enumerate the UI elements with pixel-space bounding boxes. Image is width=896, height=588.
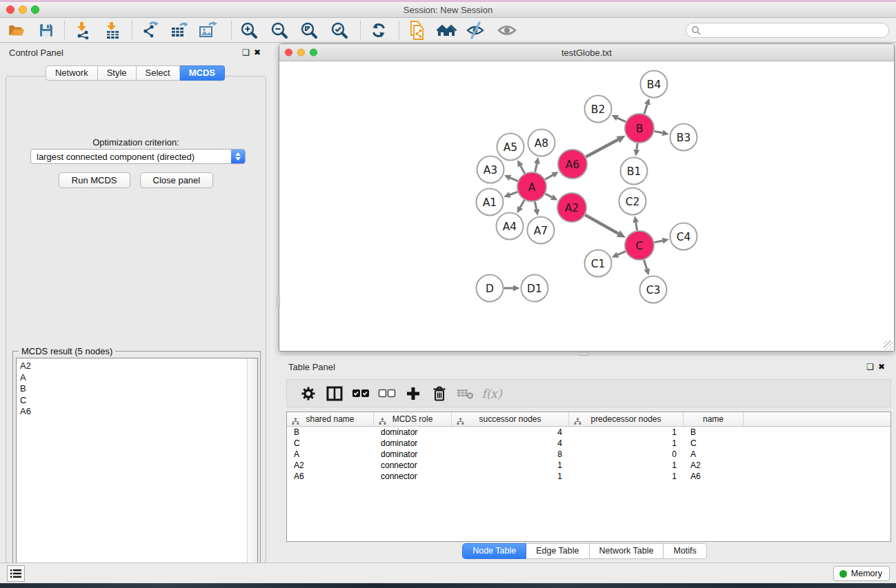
graph-edge-B-B2[interactable] (617, 118, 626, 122)
mcds-result-item[interactable]: B (20, 383, 257, 395)
tab-mcds[interactable]: MCDS (180, 65, 225, 81)
graph-edge-A-A8[interactable] (535, 163, 537, 172)
search-input[interactable] (686, 23, 889, 38)
graph-node-B[interactable]: B (625, 114, 654, 143)
table-row-A2[interactable]: A2connector11A2 (287, 460, 890, 471)
table-row-A6[interactable]: A6connector11A6 (287, 471, 890, 482)
column-header-predecessor-nodes[interactable]: predecessor nodes (569, 412, 684, 427)
graph-node-A7[interactable]: A7 (528, 217, 555, 244)
graph-node-A6[interactable]: A6 (558, 150, 587, 179)
memory-button[interactable]: Memory (833, 566, 890, 581)
graph-node-B3[interactable]: B3 (670, 124, 697, 151)
close-panel-button[interactable]: Close panel (140, 172, 214, 188)
close-table-panel-icon[interactable]: ✖ (878, 362, 889, 372)
graph-edge-B-B3[interactable] (655, 131, 663, 132)
graph-node-A5[interactable]: A5 (497, 134, 524, 161)
graph-node-C[interactable]: C (625, 231, 654, 260)
tab-network[interactable]: Network (46, 65, 98, 81)
graph-edge-A2-C[interactable] (585, 215, 618, 234)
mcds-result-item[interactable]: A2 (20, 361, 257, 372)
graph-node-B1[interactable]: B1 (621, 158, 648, 185)
tab-motifs[interactable]: Motifs (664, 543, 706, 559)
mcds-result-item[interactable]: A (20, 372, 257, 384)
split-panel-icon[interactable] (321, 383, 348, 404)
column-header-name[interactable]: name (684, 412, 744, 427)
graph-node-A[interactable]: A (517, 172, 546, 201)
graph-node-C1[interactable]: C1 (585, 250, 612, 277)
graph-edge-A-A6[interactable] (545, 175, 552, 179)
show-all-eye-icon[interactable] (497, 21, 517, 40)
mcds-result-item[interactable]: C (20, 395, 257, 407)
column-header-MCDS-role[interactable]: MCDS role (374, 412, 452, 427)
graph-node-A1[interactable]: A1 (477, 189, 504, 216)
table-settings-gear-icon[interactable] (295, 383, 321, 404)
horizontal-splitter-handle[interactable] (578, 352, 589, 356)
mcds-result-item[interactable]: A6 (20, 406, 257, 418)
graph-node-B4[interactable]: B4 (641, 71, 668, 98)
mcds-result-list[interactable]: A2ABCA6 (16, 358, 258, 578)
graph-node-C2[interactable]: C2 (619, 188, 646, 215)
graph-node-B2[interactable]: B2 (585, 96, 612, 123)
deselect-all-icon[interactable] (374, 383, 400, 404)
network-graph[interactable]: B4B2BB3A5A8A6A3AB1A1C2A4A7A2CC4C1C3DD1 (279, 62, 894, 351)
export-network-icon[interactable] (140, 21, 161, 40)
graph-edge-A-A5[interactable] (521, 165, 525, 173)
zoom-in-icon[interactable] (239, 21, 259, 40)
zoom-fit-icon[interactable] (299, 21, 319, 40)
clone-network-icon[interactable] (407, 21, 428, 40)
close-panel-icon[interactable]: ✖ (254, 48, 265, 57)
float-panel-icon[interactable]: ❑ (242, 48, 254, 57)
column-header-shared-name[interactable]: shared name (287, 412, 374, 427)
select-all-icon[interactable] (348, 383, 374, 404)
zoom-out-icon[interactable] (269, 21, 290, 40)
graph-edge-C-C3[interactable] (644, 260, 647, 269)
graph-edge-B-B1[interactable] (637, 143, 637, 150)
graph-edge-A-A4[interactable] (520, 200, 524, 207)
mcds-list-scrollbar[interactable] (247, 358, 257, 578)
zoom-selected-icon[interactable] (329, 21, 350, 40)
tab-select[interactable]: Select (137, 65, 180, 81)
table-row-C[interactable]: Cdominator41C (287, 438, 890, 449)
graph-node-A8[interactable]: A8 (528, 130, 555, 156)
refresh-icon[interactable] (368, 21, 389, 40)
network-window-titlebar[interactable]: testGlobe.txt (279, 44, 894, 61)
save-session-icon[interactable] (36, 21, 57, 40)
tab-style[interactable]: Style (98, 65, 137, 81)
graph-node-C4[interactable]: C4 (670, 223, 697, 250)
first-neighbors-icon[interactable] (437, 21, 457, 40)
import-table-icon[interactable] (102, 21, 123, 40)
graph-edge-B-B4[interactable] (644, 104, 647, 114)
graph-edge-A6-B[interactable] (586, 140, 618, 157)
tab-node-table[interactable]: Node Table (462, 543, 526, 559)
graph-node-D1[interactable]: D1 (521, 275, 548, 302)
hide-selected-eye-icon[interactable] (465, 21, 486, 40)
network-canvas[interactable]: B4B2BB3A5A8A6A3AB1A1C2A4A7A2CC4C1C3DD1 (279, 62, 894, 351)
column-header-successor-nodes[interactable]: successor nodes (452, 412, 569, 427)
splitter-collapse-handle[interactable] (277, 296, 280, 307)
add-column-plus-icon[interactable] (400, 383, 426, 404)
graph-node-A2[interactable]: A2 (557, 193, 586, 222)
delete-columns-trash-icon[interactable] (426, 383, 452, 404)
table-row-A[interactable]: Adominator80A (287, 449, 890, 460)
graph-node-D[interactable]: D (477, 275, 504, 302)
graph-edge-C-C4[interactable] (655, 241, 663, 242)
tab-network-table[interactable]: Network Table (590, 543, 664, 559)
graph-edge-A-A1[interactable] (510, 192, 517, 194)
table-row-B[interactable]: Bdominator41B (287, 427, 890, 438)
graph-edge-C-C1[interactable] (617, 252, 625, 255)
run-mcds-button[interactable]: Run MCDS (59, 172, 130, 188)
function-builder-icon[interactable]: f(x) (479, 383, 505, 404)
task-history-button[interactable] (7, 565, 25, 582)
open-session-icon[interactable] (6, 21, 27, 40)
delete-table-icon[interactable] (452, 383, 479, 404)
float-table-panel-icon[interactable]: ❑ (866, 362, 878, 372)
graph-edge-A-A7[interactable] (535, 202, 536, 210)
export-image-icon[interactable] (198, 21, 219, 40)
main-titlebar[interactable]: Session: New Session (0, 2, 896, 18)
tab-edge-table[interactable]: Edge Table (526, 543, 589, 559)
graph-edge-C-C2[interactable] (636, 223, 637, 231)
window-resize-grip[interactable] (884, 341, 893, 350)
import-network-icon[interactable] (72, 21, 93, 40)
optimization-criterion-select[interactable]: largest connected component (directed) (30, 149, 246, 164)
export-table-icon[interactable] (169, 21, 190, 40)
